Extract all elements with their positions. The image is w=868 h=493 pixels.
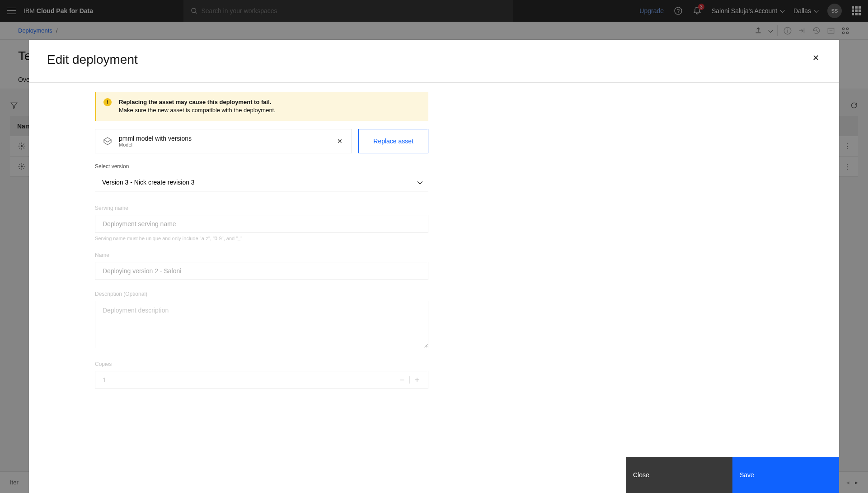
warning-icon: ! (103, 98, 112, 106)
save-button[interactable]: Save (732, 457, 839, 493)
asset-row: pmml model with versions Model ✕ Replace… (95, 129, 428, 153)
version-label: Select version (95, 163, 428, 170)
version-value: Version 3 - Nick create revision 3 (102, 179, 195, 186)
close-button[interactable]: Close (626, 457, 732, 493)
serving-helper: Serving name must be unique and only inc… (95, 236, 428, 241)
modal-body: ! Replacing the asset may cause this dep… (29, 83, 839, 457)
warning-title: Replacing the asset may cause this deplo… (119, 98, 276, 106)
edit-deployment-modal: Edit deployment ✕ ! Replacing the asset … (29, 40, 839, 493)
serving-name-label: Serving name (95, 205, 428, 211)
modal-overlay: Edit deployment ✕ ! Replacing the asset … (0, 0, 868, 493)
close-icon[interactable]: ✕ (810, 52, 821, 63)
asset-type: Model (119, 142, 329, 147)
version-dropdown[interactable]: Version 3 - Nick create revision 3 (95, 173, 428, 191)
description-input (95, 301, 428, 348)
name-label: Name (95, 252, 428, 258)
copies-value (95, 376, 395, 384)
modal-footer: Close Save (29, 457, 839, 493)
modal-header: Edit deployment ✕ (29, 40, 839, 83)
replace-asset-button[interactable]: Replace asset (358, 129, 428, 153)
asset-name: pmml model with versions (119, 135, 329, 142)
model-icon (103, 136, 113, 146)
modal-title: Edit deployment (47, 52, 138, 67)
description-label: Description (Optional) (95, 291, 428, 297)
copies-label: Copies (95, 361, 428, 367)
warning-banner: ! Replacing the asset may cause this dep… (95, 92, 428, 121)
remove-asset-icon[interactable]: ✕ (335, 136, 344, 147)
decrement-button[interactable]: − (395, 373, 409, 387)
copies-input: − + (95, 371, 428, 389)
asset-card: pmml model with versions Model ✕ (95, 129, 352, 153)
chevron-down-icon (418, 179, 422, 184)
increment-button[interactable]: + (410, 373, 424, 387)
warning-body: Make sure the new asset is compatible wi… (119, 106, 276, 114)
name-input (95, 262, 428, 280)
serving-name-input (95, 215, 428, 233)
